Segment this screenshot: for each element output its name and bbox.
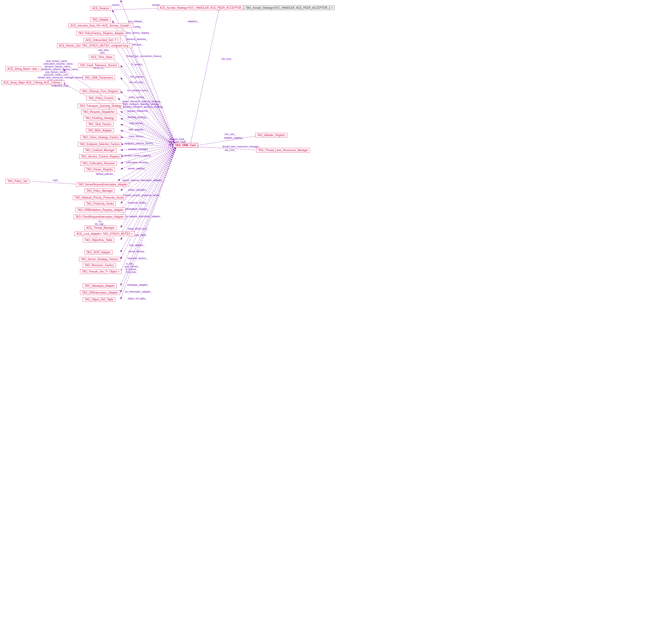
tao-adapter-node[interactable]: TAO_Adapter — [91, 17, 111, 22]
tao-client-request-interceptor-node[interactable]: TAO::ClientRequestInterceptor_Adapter — [74, 215, 126, 219]
client-factory-label: client_factory_ — [129, 135, 145, 138]
tao-codeset-manager-node[interactable]: TAO_Codeset_Manager — [83, 148, 117, 153]
dynamic-factory-name-label: dynamic_factory_name_ — [45, 65, 72, 68]
tao-orb-core-node[interactable]: TAO_ORB_Core — [173, 143, 198, 147]
tao-object-key-table-node[interactable]: TAO_ObjectKey_Table — [83, 238, 114, 242]
orb-core2-label: orb_core_ — [225, 133, 236, 136]
config-label: config_ — [134, 25, 142, 28]
tao-resource-factory-node[interactable]: TAO_Resource_Factory — [83, 263, 116, 267]
protocols-hooks-name-label: protocols_hooks_core_ — [44, 74, 69, 76]
tao-policy-set-node[interactable]: TAO_Policy_Set — [5, 179, 29, 183]
svg-line-2 — [112, 10, 177, 146]
tao-server-strategy-node[interactable]: TAO_Server_Strategy_Factory — [79, 257, 120, 262]
tao-service-context-node[interactable]: TAO_Service_Context_Registry — [79, 154, 122, 159]
refcount-label: refcount_ — [132, 43, 143, 46]
svg-line-7 — [115, 46, 177, 146]
orb-core-right-label: orb_core_ — [221, 58, 233, 60]
tao-policy-manager-node[interactable]: TAO_Policy_Manager — [84, 188, 115, 193]
poa-adapter-label: poa_adapter_ — [128, 20, 143, 23]
orb-core3-label: orb_core_ — [225, 149, 236, 152]
ior-interceptor-adapter-label: ior_interceptor_adapter_ — [125, 290, 152, 293]
tao-ziop-adapter-node[interactable]: TAO_ZIOP_Adapter — [84, 250, 113, 255]
tao-protocols-hooks-node[interactable]: TAO_Protocols_Hooks — [84, 201, 116, 206]
tao-valuetype-adapter-node[interactable]: TAO_Valuetype_Adapter — [83, 283, 117, 288]
rt-current-label: rt_current_ — [125, 268, 138, 271]
tao-policy-factory-node[interactable]: TAO::PolicyFactory_Registry_Adapter — [76, 31, 126, 36]
policy-manager-label: policy_manager_ — [128, 188, 147, 191]
svg-line-11 — [121, 91, 177, 146]
tao-ior-interceptor-node[interactable]: TAO_IORInterceptor_Adapter — [80, 290, 120, 295]
connection-arrows — [0, 0, 672, 636]
max-time-label: max_time — [98, 49, 109, 52]
tao-server-request-interceptor-node[interactable]: TAO::ServerRequestInterceptor_Adapter — [76, 182, 129, 187]
codeset-manager-label: codeset_manager_ — [128, 148, 149, 151]
object-ref-table-label: object_ref_table_ — [128, 297, 146, 300]
tao-flushing-strategy-node[interactable]: TAO_Flushing_Strategy — [83, 116, 116, 120]
ace-intrusive-node[interactable]: ACE_Intrusive_Auto_Ptr< ACE_Service_Gest… — [68, 23, 133, 28]
ace-reactor-node[interactable]: ACE_Reactor — [91, 6, 111, 11]
thr-mgr-label: thr_mgr_ — [95, 223, 105, 225]
tao-network-priority-node[interactable]: TAO_Network_Priority_Protocols_Hooks — [73, 195, 126, 200]
ft-service-label: ft_service_ — [132, 63, 143, 66]
client-request-interceptor-adapter-label: client_request_interceptor_adapter_ — [122, 215, 161, 218]
delayed-transport-label: delayed_transport_queuing_strategy_ — [123, 105, 164, 108]
reactor-label: reactor_ — [112, 4, 121, 6]
ace-array-map-node[interactable]: ACE_Array_Map< ACE_CString, ACE_CString … — [1, 80, 64, 85]
tao-pseudo-var-node[interactable]: TAO_Pseudo_Var_T< Object > — [80, 269, 121, 274]
tcs-cleanup-funcs-label: tcs_cleanup_funcs_ — [127, 89, 149, 92]
tao-endpoint-selector-node[interactable]: TAO_Endpoint_Selector_Factory — [78, 142, 122, 146]
tao-fault-tolerance-node[interactable]: TAO_Fault_Tolerance_Service — [78, 63, 119, 68]
service-context-registry-label: service_context_registry_ — [124, 154, 152, 157]
server-request-interceptor-adapter-label: server_request_interceptor_adapter_ — [122, 179, 163, 182]
adapters-label: adapters_ — [187, 20, 199, 23]
tao-accept-strategy-1-node[interactable]: TAO_Accept_Strategy<SVC_HANDLER, ACE_PEE… — [244, 5, 335, 10]
ace-accept-strategy-2-node[interactable]: ACE_Accept_Strategy<SVC_HANDLER, ACE_PEE… — [158, 5, 249, 10]
thread-per-connection-label: thread_per_connection_timeout_ — [126, 55, 163, 58]
adapter-registry-label: adapter_registry_ — [224, 136, 243, 139]
protocol-factories-label: protocol_factories_ — [126, 38, 147, 41]
policy-current-label: policy_current_ — [129, 96, 145, 99]
ace-string-base-node[interactable]: ACE_String_Base< char > — [5, 66, 41, 71]
zero-label: zero — [100, 52, 105, 54]
bidir-adapter-label: bidir_adapter_ — [129, 128, 145, 131]
cdata-block-lock-label: cdata_block_lock_ — [128, 227, 148, 230]
ace-thread-manager-node[interactable]: ACE_Thread_Manager — [84, 225, 116, 230]
tm-label: tm_ — [99, 220, 103, 223]
tao-transport-queuing-node[interactable]: TAO::Transport_Queuing_Strategy — [78, 103, 123, 108]
policy-factory-registry-label: policy_factory_registry_ — [125, 32, 151, 34]
tao-parser-registry-node[interactable]: TAO_Parser_Registry — [84, 167, 115, 172]
tao-cleanup-func-node[interactable]: TAO_Cleanup_Func_Registry — [80, 89, 120, 94]
tao-request-dispatcher-node[interactable]: TAO_Request_Dispatcher — [81, 110, 117, 114]
ace-unbounded-set-node[interactable]: ACE_Unbounded_Set< T > — [83, 38, 121, 42]
tao-bdir-adapter-node[interactable]: TAO_BiDir_Adapter — [86, 128, 114, 133]
tao-stub-factory-node[interactable]: TAO_Stub_Factory — [86, 122, 114, 126]
poa-factory-name-label: poa_factory_name_ — [45, 71, 67, 74]
collocation-resolver-label: collocation_resolver_ — [126, 161, 149, 164]
ace-time-value-node[interactable]: ACE_Time_Value — [89, 55, 114, 59]
default-policies-label: default_policies_ — [96, 173, 114, 175]
tao-object-ref-table-node[interactable]: TAO_Object_Ref_Table — [83, 297, 115, 302]
valuetype-adapter-label: valuetype_adapter_ — [127, 283, 149, 286]
tao-policy-current-node[interactable]: TAO_Policy_Current — [86, 96, 115, 101]
svg-line-29 — [121, 146, 177, 217]
root-poa-label: root_poa_ — [126, 271, 137, 273]
thread-lane-resources-manager-label: thread_lane_resources_manager_ — [222, 145, 260, 148]
ace-atomic-op-node[interactable]: ACE_Atomic_Op< TAO_SYNCH_MUTEX, unsigned… — [57, 43, 132, 48]
resource-factory-label: resource_factory_ — [128, 257, 147, 260]
ace-lock-adapter-node[interactable]: ACE_Lock_Adapter< TAO_SYNCH_MUTEX > — [75, 232, 135, 236]
tao-collocation-resolver-node[interactable]: TAO_Collocation_Resolver — [80, 161, 117, 166]
tao-orbinitializer-node[interactable]: TAO::ORBInitializer_Registry_Adapter — [75, 207, 125, 212]
endpoint-selector-factory-name-label: endpoint_selector_factory_name_ — [42, 68, 79, 71]
eager-transport-label: eager_transport_queuing_strategy_ — [123, 100, 162, 103]
tao-client-strategy-node[interactable]: TAO_Client_Strategy_Factory — [81, 135, 121, 140]
collocation-resolver-name-label: collocation_resolver_name_ — [43, 62, 74, 65]
tao-thread-lane-resources-manager-node[interactable]: TAO_Thread_Lane_Resources_Manager — [256, 148, 310, 153]
tao-adapter-registry-node[interactable]: TAO_Adapter_Registry — [255, 133, 288, 138]
server-factory-label: server_factory_ — [129, 250, 145, 253]
rt-orb-label: rt_orb_ — [126, 262, 134, 265]
svg-line-32 — [121, 146, 177, 240]
stub-factory-label: stub_factory_ — [129, 122, 144, 125]
tao-orb-parameters-node[interactable]: TAO_ORB_Parameters — [83, 75, 115, 80]
flush-transport-label: flush_transport_queuing_strategy_ — [123, 103, 161, 105]
parser-registry-label: parser_registry_ — [128, 167, 146, 170]
